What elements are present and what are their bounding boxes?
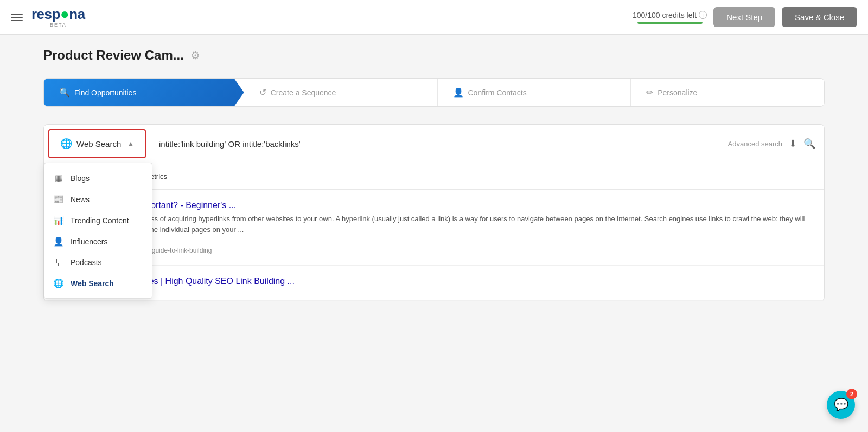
search-area: 🌐 Web Search ▲ ▦ Blogs 📰 News 📊 xyxy=(43,124,825,301)
web-search-label: Web Search xyxy=(71,279,114,288)
podcasts-label: Podcasts xyxy=(71,258,102,267)
step-create-sequence[interactable]: ↺ Create a Sequence xyxy=(244,79,438,106)
results-area: ding & Why Is It Important? - Beginner's… xyxy=(44,190,824,301)
step-personalize[interactable]: ✏ Personalize xyxy=(631,79,824,106)
search-input-area xyxy=(150,139,728,149)
result-title-1[interactable]: ding & Why Is It Important? - Beginner's… xyxy=(73,201,813,210)
search-type-selector[interactable]: 🌐 Web Search ▲ xyxy=(48,129,146,158)
step-confirm-contacts[interactable]: 👤 Confirm Contacts xyxy=(438,79,631,106)
app-logo: resp●na BETA xyxy=(31,7,85,28)
result-meta-1: Indexed: Thu Feb 04 2021 xyxy=(73,238,813,246)
trending-label: Trending Content xyxy=(71,216,129,225)
result-content-2: Link Building Services | High Quality SE… xyxy=(73,276,813,289)
search-type-dropdown: ▦ Blogs 📰 News 📊 Trending Content 👤 Infl… xyxy=(44,163,152,299)
confirm-contacts-label: Confirm Contacts xyxy=(468,88,527,97)
search-input[interactable] xyxy=(159,139,719,149)
personalize-icon: ✏ xyxy=(646,87,653,98)
header-right: 100/100 credits left i Next Step Save & … xyxy=(633,7,857,27)
search-top-row: 🌐 Web Search ▲ ▦ Blogs 📰 News 📊 xyxy=(44,125,824,163)
result-url-1: https://moz.com/beginners-guide-to-link-… xyxy=(73,247,813,254)
dropdown-item-trending[interactable]: 📊 Trending Content xyxy=(44,210,152,231)
step-find-opportunities[interactable]: 🔍 Find Opportunities xyxy=(44,79,244,106)
filter-row: + Add Filter SEO Metrics xyxy=(44,163,824,190)
hamburger-menu[interactable] xyxy=(11,14,23,21)
credits-label: 100/100 credits left xyxy=(633,11,697,20)
globe-icon: 🌐 xyxy=(60,138,72,150)
credits-container: 100/100 credits left i xyxy=(633,11,707,24)
news-icon: 📰 xyxy=(53,194,64,204)
table-row: ding & Why Is It Important? - Beginner's… xyxy=(44,190,824,266)
download-icon[interactable]: ⬇ xyxy=(789,138,797,150)
app-header: resp●na BETA 100/100 credits left i Next… xyxy=(0,0,868,35)
result-content-1: ding & Why Is It Important? - Beginner's… xyxy=(73,201,813,254)
blogs-label: Blogs xyxy=(71,174,90,183)
dropdown-item-influencers[interactable]: 👤 Influencers xyxy=(44,231,152,252)
create-sequence-icon: ↺ xyxy=(259,87,266,98)
table-row: Link Building Services | High Quality SE… xyxy=(44,266,824,301)
credits-info-icon[interactable]: i xyxy=(699,11,707,19)
search-submit-icon[interactable]: 🔍 xyxy=(803,138,815,150)
settings-icon[interactable]: ⚙ xyxy=(190,49,200,62)
search-type-label: Web Search xyxy=(76,139,123,149)
personalize-label: Personalize xyxy=(658,88,697,97)
main-content: Product Review Cam... ⚙ 🔍 Find Opportuni… xyxy=(22,35,846,314)
search-type-wrapper: 🌐 Web Search ▲ ▦ Blogs 📰 News 📊 xyxy=(44,125,150,163)
find-opportunities-icon: 🔍 xyxy=(59,87,70,98)
create-sequence-label: Create a Sequence xyxy=(271,88,336,97)
result-description-1: Link building is the process of acquirin… xyxy=(73,214,813,235)
steps-bar: 🔍 Find Opportunities ↺ Create a Sequence… xyxy=(43,78,825,107)
dropdown-item-web-search[interactable]: 🌐 Web Search xyxy=(44,273,152,294)
next-step-button[interactable]: Next Step xyxy=(713,7,775,27)
header-left: resp●na BETA xyxy=(11,7,85,28)
dropdown-item-blogs[interactable]: ▦ Blogs xyxy=(44,167,152,189)
save-close-button[interactable]: Save & Close xyxy=(782,7,857,27)
search-actions: Advanced search ⬇ 🔍 xyxy=(728,138,824,150)
logo-text: resp●na xyxy=(31,7,85,22)
web-search-icon: 🌐 xyxy=(53,278,64,288)
page-title: Product Review Cam... xyxy=(43,48,184,63)
page-title-row: Product Review Cam... ⚙ xyxy=(43,48,825,63)
dropdown-item-news[interactable]: 📰 News xyxy=(44,189,152,210)
credits-text: 100/100 credits left i xyxy=(633,11,707,20)
advanced-search-link[interactable]: Advanced search xyxy=(728,140,782,148)
trending-icon: 📊 xyxy=(53,215,64,225)
influencers-icon: 👤 xyxy=(53,236,64,247)
news-label: News xyxy=(71,195,90,204)
podcasts-icon: 🎙 xyxy=(53,257,64,267)
find-opportunities-label: Find Opportunities xyxy=(74,88,136,97)
chevron-up-icon: ▲ xyxy=(127,140,134,147)
confirm-contacts-icon: 👤 xyxy=(453,87,464,98)
dropdown-item-podcasts[interactable]: 🎙 Podcasts xyxy=(44,252,152,273)
blogs-icon: ▦ xyxy=(53,173,64,183)
result-title-2[interactable]: Link Building Services | High Quality SE… xyxy=(73,276,813,286)
credits-bar xyxy=(637,22,703,24)
influencers-label: Influencers xyxy=(71,237,107,246)
credits-bar-fill xyxy=(637,22,703,24)
logo-beta: BETA xyxy=(50,22,67,28)
